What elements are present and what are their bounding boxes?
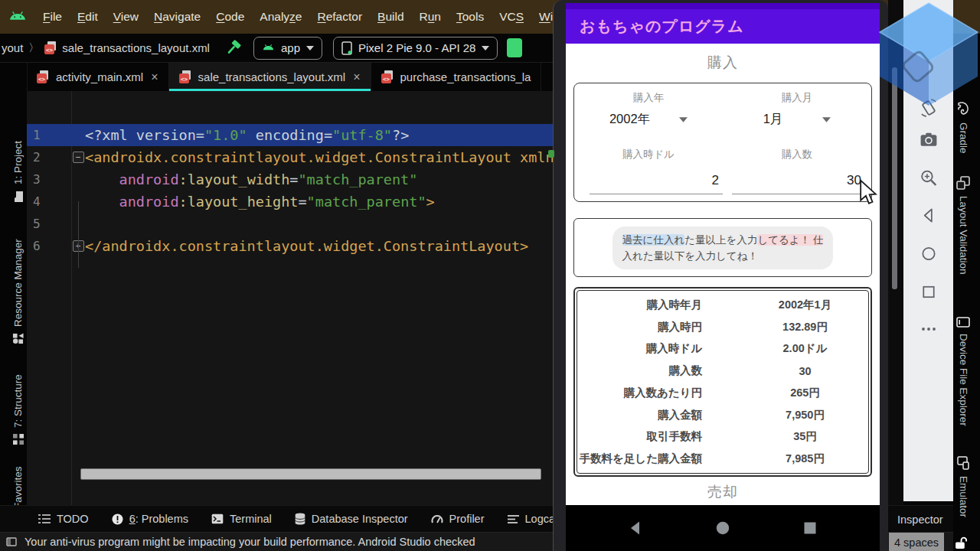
nav-back-button[interactable]	[627, 520, 644, 536]
stripe-tab-label: Device File Explorer	[958, 334, 969, 426]
code-line[interactable]: 2−<androidx.constraintlayout.widget.Cons…	[27, 146, 553, 168]
nav-home-button[interactable]	[714, 520, 731, 536]
code-line[interactable]: 5	[27, 213, 553, 235]
emulator-screen: おもちゃのプログラム 購入 購入年 購入月 2002年	[566, 3, 880, 505]
emulator-back-button[interactable]	[920, 207, 937, 224]
table-row-label: 購入数	[577, 364, 708, 378]
database-icon	[295, 513, 305, 525]
run-config-selector[interactable]: app	[253, 37, 322, 60]
breadcrumb-file[interactable]: sale_transactions_layout.xml	[62, 41, 210, 54]
emulator-more-button[interactable]	[920, 326, 938, 332]
editor-tab[interactable]: <>sale_transactions_layout.xml×	[169, 63, 371, 91]
code-token: "1.0"	[204, 127, 247, 143]
stripe-tab-emulator[interactable]: Emulator	[950, 456, 977, 517]
stripe-tab-gradle[interactable]: Gradle	[950, 101, 977, 154]
tool-tab-terminal[interactable]: Terminal	[211, 513, 272, 525]
menu-item-analyze[interactable]: Analyze	[260, 10, 302, 24]
emulator-overview-button[interactable]	[920, 283, 937, 301]
code-line[interactable]: 4 android:layout_height="match_parent">	[27, 191, 553, 213]
line-number: 5	[27, 217, 71, 231]
purchase-form-card: 購入年 購入月 2002年 1月	[573, 83, 872, 202]
editor-tab[interactable]: <>activity_main.xml×	[27, 63, 169, 91]
terminal-icon	[211, 514, 224, 524]
table-row: 取引手数料35円	[577, 429, 868, 444]
gradle-icon	[959, 101, 969, 116]
device-selector[interactable]: Pixel 2 Pie 9.0 - API 28	[333, 37, 498, 60]
table-row-label: 購入時ドル	[577, 341, 708, 356]
android-nav-bar	[566, 505, 880, 551]
menu-item-run[interactable]: Run	[420, 10, 441, 24]
code-line[interactable]: 1<?xml version="1.0" encoding="utf-8"?>	[27, 124, 553, 146]
code-line[interactable]: 6+</androidx.constraintlayout.widget.Con…	[27, 235, 553, 257]
dollar-input[interactable]: 2	[590, 169, 723, 194]
purchase-summary-table: 購入時年月2002年1月購入時円132.89円購入時ドル2.00ドル購入数30購…	[573, 287, 872, 477]
emulator-scrollbar[interactable]	[892, 67, 897, 289]
code-token	[85, 171, 119, 187]
table-row-value: 2002年1月	[708, 298, 868, 312]
run-config-label: app	[281, 41, 300, 54]
stripe-tab-label: Resource Manager	[12, 239, 24, 327]
menu-item-code[interactable]: Code	[216, 10, 244, 24]
emulator-rotate-button[interactable]	[919, 98, 939, 118]
run-button[interactable]	[507, 38, 522, 57]
month-dropdown[interactable]: 1月	[723, 111, 871, 128]
editor-tab[interactable]: <>purchase_transactions_la	[371, 63, 542, 91]
menu-items: FileEditViewNavigateCodeAnalyzeRefactorB…	[43, 10, 560, 24]
menu-item-vcs[interactable]: VCS	[499, 10, 524, 24]
month-label: 購入月	[782, 91, 813, 105]
emulator-home-button[interactable]	[920, 245, 937, 262]
menu-item-refactor[interactable]: Refactor	[317, 10, 362, 24]
table-row: 購入時ドル2.00ドル	[577, 341, 868, 356]
device-explorer-icon	[957, 317, 971, 328]
qty-input[interactable]: 30	[732, 169, 865, 194]
form-dropdown-row: 2002年 1月	[574, 111, 871, 128]
menu-item-tools[interactable]: Tools	[456, 10, 484, 24]
code-token: >	[426, 194, 435, 210]
code-editor[interactable]: 1<?xml version="1.0" encoding="utf-8"?>2…	[27, 91, 553, 505]
tool-tab-database-inspector[interactable]: Database Inspector	[295, 513, 408, 525]
breadcrumb-folder[interactable]: yout	[2, 41, 23, 54]
close-tab-icon[interactable]: ×	[151, 70, 158, 84]
stripe-tab-device-file-explorer[interactable]: Device File Explorer	[950, 317, 977, 426]
code-token: android	[119, 171, 179, 187]
menu-item-edit[interactable]: Edit	[77, 10, 98, 24]
line-number: 1	[27, 128, 71, 142]
month-value: 1月	[763, 111, 783, 128]
menu-item-navigate[interactable]: Navigate	[154, 10, 201, 24]
year-label: 購入年	[633, 91, 665, 105]
close-tab-icon[interactable]: ×	[353, 70, 360, 84]
tool-tab-logcat[interactable]: Logcat	[508, 513, 559, 525]
unlock-icon[interactable]	[955, 536, 967, 549]
fold-toggle-icon[interactable]: −	[73, 152, 84, 163]
inspection-ok-marker	[548, 150, 554, 158]
code-line[interactable]: 3 android:layout_width="match_parent"	[27, 168, 553, 191]
emulator-zoom-button[interactable]	[919, 168, 938, 187]
tool-tab-todo[interactable]: TODO	[38, 513, 89, 525]
menu-item-build[interactable]: Build	[377, 10, 403, 24]
todo-icon	[38, 514, 51, 524]
horizontal-scrollbar[interactable]	[80, 468, 541, 480]
build-hammer-icon[interactable]	[224, 38, 243, 57]
menu-item-file[interactable]: File	[43, 10, 62, 24]
stripe-tab-layout-validation[interactable]: Layout Validation	[950, 176, 977, 275]
code-token: <?xml version=	[85, 127, 204, 143]
tool-tab-label: Profiler	[449, 513, 485, 525]
tool-tab-6-problems[interactable]: 6: Problems	[112, 513, 188, 525]
tool-tab-profiler[interactable]: Profiler	[431, 513, 485, 525]
table-row: 手数料を足した購入金額7,985円	[577, 452, 868, 466]
nav-recents-button[interactable]	[802, 520, 818, 536]
emulator-camera-button[interactable]	[919, 130, 938, 149]
sell-heading: 売却	[566, 482, 880, 502]
menu-item-view[interactable]: View	[113, 10, 139, 24]
emulator-toolbar	[903, 0, 953, 501]
year-dropdown[interactable]: 2002年	[574, 111, 723, 128]
table-row: 購入時円132.89円	[577, 320, 868, 334]
code-token: "match_parent"	[307, 194, 426, 210]
svg-text:<>: <>	[382, 76, 390, 83]
code-token: ?>	[392, 127, 409, 143]
code-token: =	[289, 171, 298, 187]
table-row: 購入金額7,950円	[577, 408, 868, 422]
table-row-value: 30	[708, 365, 868, 377]
code-token: =	[298, 194, 306, 210]
emulator-phone-frame: おもちゃのプログラム 購入 購入年 購入月 2002年	[553, 0, 888, 551]
